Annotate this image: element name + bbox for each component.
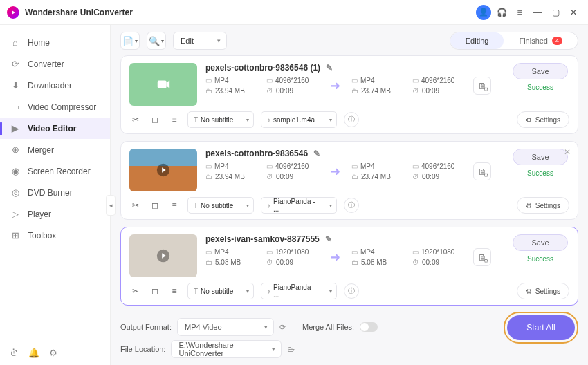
rename-icon[interactable]: ✎ (325, 234, 332, 244)
subtitle-dropdown[interactable]: TNo subtitle (187, 283, 254, 299)
sidebar-item-label: Player (28, 209, 51, 219)
start-all-button[interactable]: Start All (507, 315, 575, 340)
video-thumbnail[interactable] (129, 234, 197, 277)
subtitle-dropdown[interactable]: TNo subtitle (187, 111, 254, 128)
crop-icon[interactable]: ◻ (149, 286, 161, 296)
help-icon[interactable]: ⓘ (344, 112, 359, 127)
support-icon[interactable]: 🎧 (494, 5, 509, 20)
sidebar-item-converter[interactable]: ⟳Converter (0, 53, 110, 75)
video-thumbnail[interactable] (129, 149, 197, 191)
audio-icon: ♪ (267, 116, 270, 124)
file-location-dropdown[interactable]: E:\Wondershare UniConverter (171, 340, 282, 358)
status-tabs: Editing Finished4 (450, 32, 578, 50)
trim-icon[interactable]: ✂ (129, 115, 142, 124)
trim-icon[interactable]: ✂ (129, 200, 142, 210)
crop-icon[interactable]: ◻ (149, 115, 161, 124)
save-button[interactable]: Save (513, 149, 568, 165)
more-icon[interactable]: ≡ (168, 115, 181, 124)
save-button[interactable]: Save (513, 63, 568, 79)
sidebar-item-downloader[interactable]: ⬇Downloader (0, 75, 110, 96)
output-settings-button[interactable]: 🗎 (473, 77, 491, 95)
audio-dropdown[interactable]: ♪PianoPanda - ... (261, 197, 337, 214)
sidebar-item-label: Video Editor (28, 124, 76, 133)
more-icon[interactable]: ≡ (168, 286, 181, 296)
compress-icon: ▭ (10, 102, 21, 112)
maximize-button[interactable]: ▢ (548, 5, 563, 20)
tab-editing[interactable]: Editing (450, 32, 504, 49)
svg-rect-0 (158, 81, 167, 88)
bell-icon[interactable]: 🔔 (28, 348, 39, 358)
app-logo-icon (7, 6, 19, 19)
gear-icon: ⚙ (526, 202, 532, 209)
merge-toggle[interactable] (360, 322, 378, 332)
sidebar-item-home[interactable]: ⌂Home (0, 32, 110, 53)
audio-dropdown[interactable]: ♪PianoPanda - ... (261, 283, 337, 299)
toolbar: 📄▾ 🔍▾ Edit Editing Finished4 (120, 32, 578, 50)
minimize-button[interactable]: — (530, 5, 545, 20)
sidebar-item-video-editor[interactable]: ▶Video Editor (0, 118, 110, 139)
size-icon: 🗀 (205, 87, 212, 95)
sidebar-item-label: Merger (28, 145, 54, 155)
settings-button[interactable]: ⚙Settings (517, 283, 569, 299)
output-settings-button[interactable]: 🗎 (473, 162, 491, 180)
settings-button[interactable]: ⚙Settings (517, 197, 569, 214)
help-icon[interactable]: ⓘ (344, 198, 359, 213)
subtitle-icon: T (194, 116, 198, 124)
sidebar-item-toolbox[interactable]: ⊞Toolbox (0, 225, 110, 246)
gear-icon: ⚙ (526, 116, 532, 124)
add-url-button[interactable]: 🔍▾ (147, 32, 166, 50)
more-icon[interactable]: ≡ (168, 200, 181, 210)
sidebar-collapse-button[interactable]: ◂ (106, 195, 116, 216)
subtitle-dropdown[interactable]: TNo subtitle (187, 197, 254, 214)
sidebar-item-label: Toolbox (28, 231, 56, 241)
open-folder-icon[interactable]: 🗁 (287, 345, 295, 353)
rename-icon[interactable]: ✎ (313, 149, 320, 158)
account-avatar[interactable]: 👤 (476, 5, 491, 20)
gear-icon: ⚙ (526, 288, 532, 295)
finished-count-badge: 4 (552, 37, 562, 45)
save-button[interactable]: Save (513, 234, 568, 251)
output-settings-button[interactable]: 🗎 (473, 248, 491, 266)
status-text: Success (527, 84, 553, 91)
remove-item-button[interactable]: ✕ (564, 147, 571, 157)
arrow-icon: ➜ (327, 164, 343, 179)
sidebar-item-label: DVD Burner (28, 188, 73, 198)
edit-dropdown[interactable]: Edit (173, 32, 227, 50)
file-location-label: File Location: (120, 345, 165, 353)
sidebar-item-label: Converter (28, 59, 64, 69)
file-list: pexels-cottonbro-9836546 (1)✎ ▭MP4🗀23.94… (120, 55, 578, 312)
sidebar-item-label: Screen Recorder (28, 167, 91, 176)
sidebar-item-player[interactable]: ▷Player (0, 203, 110, 225)
sidebar-item-label: Home (28, 38, 50, 48)
res-icon: ▭ (266, 77, 273, 84)
tab-finished[interactable]: Finished4 (504, 32, 578, 49)
close-button[interactable]: ✕ (566, 5, 581, 20)
output-refresh-icon[interactable]: ⟳ (279, 323, 286, 332)
sidebar-item-dvd-burner[interactable]: ◎DVD Burner (0, 182, 110, 203)
clock-icon[interactable]: ⏱ (10, 348, 19, 358)
menu-icon[interactable]: ≡ (512, 5, 527, 20)
sidebar-item-merger[interactable]: ⊕Merger (0, 139, 110, 160)
settings-gear-icon[interactable]: ⚙ (49, 348, 57, 358)
rename-icon[interactable]: ✎ (326, 63, 333, 73)
format-icon: ▭ (205, 77, 212, 84)
sidebar-item-compressor[interactable]: ▭Video Compressor (0, 96, 110, 118)
editor-icon: ▶ (10, 123, 21, 133)
video-thumbnail[interactable] (129, 63, 197, 106)
help-icon[interactable]: ⓘ (344, 283, 359, 299)
audio-dropdown[interactable]: ♪sample1.m4a (261, 111, 337, 128)
file-card: pexels-cottonbro-9836546 (1)✎ ▭MP4🗀23.94… (120, 55, 578, 134)
output-format-dropdown[interactable]: MP4 Video (177, 318, 274, 336)
trim-icon[interactable]: ✂ (129, 286, 142, 296)
home-icon: ⌂ (10, 37, 21, 48)
settings-button[interactable]: ⚙Settings (517, 111, 569, 128)
add-file-button[interactable]: 📄▾ (120, 32, 140, 50)
clock-icon: ⏱ (266, 87, 273, 95)
arrow-icon: ➜ (327, 250, 343, 265)
crop-icon[interactable]: ◻ (149, 200, 161, 210)
sidebar-item-screen-recorder[interactable]: ◉Screen Recorder (0, 160, 110, 182)
file-name: pexels-ivan-samkov-8877555 (205, 234, 320, 244)
start-all-highlight: Start All (504, 312, 578, 344)
sidebar-item-label: Video Compressor (28, 102, 96, 112)
app-title: Wondershare UniConverter (25, 8, 133, 17)
